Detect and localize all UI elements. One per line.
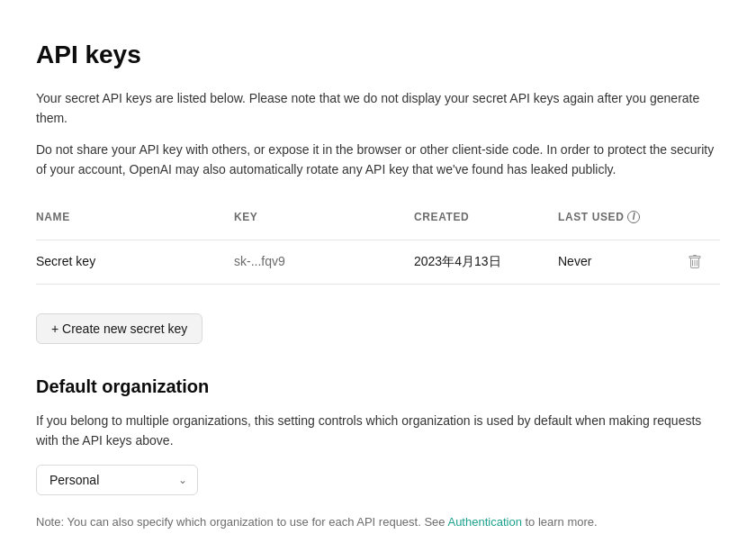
col-header-created: CREATED [414,202,558,232]
trash-icon [688,255,702,269]
org-select[interactable]: Personal Organization 1 [36,465,198,495]
page-container: API keys Your secret API keys are listed… [0,0,756,534]
last-used-info-icon[interactable]: i [627,211,640,223]
col-header-key: KEY [234,202,414,232]
description-2: Do not share your API key with others, o… [36,140,720,180]
col-header-actions [684,202,720,232]
description-1: Your secret API keys are listed below. P… [36,88,720,129]
col-header-name: NAME [36,202,234,232]
key-last-used-cell: Never [558,241,684,282]
table-row: Secret key sk-...fqv9 2023年4月13日 Never [36,240,720,285]
footer-note: Note: You can also specify which organiz… [36,513,720,531]
col-header-last-used: LAST USED i [558,202,684,232]
key-value-cell: sk-...fqv9 [234,241,414,282]
key-name-cell: Secret key [36,241,234,282]
key-created-cell: 2023年4月13日 [414,241,558,282]
page-title: API keys [36,36,720,74]
authentication-link[interactable]: Authentication [447,515,521,529]
delete-key-button[interactable] [684,251,706,273]
default-org-title: Default organization [36,373,720,400]
api-keys-table: NAME KEY CREATED LAST USED i Secret key … [36,202,720,285]
key-delete-cell [684,240,720,284]
table-header: NAME KEY CREATED LAST USED i [36,202,720,240]
default-org-description: If you belong to multiple organizations,… [36,411,720,451]
org-select-container: Personal Organization 1 ⌄ [36,465,198,495]
create-new-secret-key-button[interactable]: + Create new secret key [36,313,202,344]
